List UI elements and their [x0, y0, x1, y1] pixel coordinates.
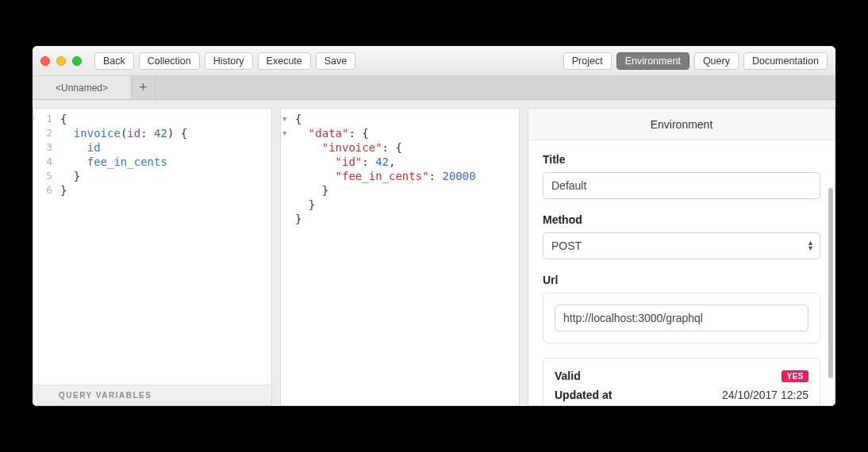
- query-panel: ▼1 2 3 4 5 6 { invoice(id: 42) { id fee_…: [33, 108, 272, 406]
- title-label: Title: [543, 153, 820, 166]
- environment-body: Title Method POST ▲▼ Url: [528, 140, 835, 405]
- minimize-icon[interactable]: [56, 56, 66, 66]
- execute-button[interactable]: Execute: [258, 52, 311, 70]
- line-number: 6: [46, 184, 52, 196]
- app-window: Back Collection History Execute Save Pro…: [33, 46, 835, 406]
- line-number: 1: [46, 113, 52, 124]
- url-input[interactable]: [555, 305, 808, 331]
- query-variables-bar[interactable]: QUERY VARIABLES: [33, 385, 271, 405]
- add-tab-button[interactable]: +: [132, 76, 156, 99]
- line-number: 2: [46, 127, 52, 139]
- query-editor[interactable]: ▼1 2 3 4 5 6 { invoice(id: 42) { id fee_…: [33, 109, 271, 385]
- status-card: Valid YES Updated at 24/10/2017 12:25: [543, 358, 820, 405]
- environment-button[interactable]: Environment: [616, 52, 689, 70]
- history-button[interactable]: History: [205, 52, 253, 70]
- response-code: { "data": { "invoice": { "id": 42, "fee_…: [292, 109, 519, 405]
- response-gutter: ▼ ▼: [281, 109, 292, 405]
- titlebar: Back Collection History Execute Save Pro…: [33, 46, 835, 76]
- close-icon[interactable]: [40, 56, 50, 66]
- window-controls: [40, 56, 82, 66]
- url-label: Url: [543, 274, 820, 286]
- fold-arrow-icon[interactable]: ▼: [282, 126, 286, 140]
- updated-at-label: Updated at: [555, 389, 612, 401]
- line-gutter: ▼1 2 3 4 5 6: [33, 109, 57, 385]
- fold-arrow-icon[interactable]: ▼: [33, 112, 34, 126]
- method-select[interactable]: POST: [543, 232, 820, 259]
- valid-label: Valid: [555, 370, 581, 382]
- save-button[interactable]: Save: [316, 52, 356, 70]
- line-number: 3: [46, 141, 52, 153]
- line-number: 5: [46, 170, 52, 182]
- response-viewer[interactable]: ▼ ▼ { "data": { "invoice": { "id": 42, "…: [281, 109, 519, 405]
- line-number: 4: [46, 155, 52, 167]
- url-card: [543, 293, 820, 343]
- query-button[interactable]: Query: [694, 52, 739, 70]
- maximize-icon[interactable]: [72, 56, 82, 66]
- back-button[interactable]: Back: [94, 52, 134, 70]
- updated-at-value: 24/10/2017 12:25: [722, 389, 808, 401]
- environment-panel: Environment Title Method POST ▲▼: [528, 108, 835, 406]
- documentation-button[interactable]: Documentation: [743, 52, 828, 70]
- title-input[interactable]: [543, 172, 820, 199]
- valid-badge: YES: [782, 370, 808, 382]
- collection-button[interactable]: Collection: [139, 52, 200, 70]
- environment-header: Environment: [528, 109, 835, 140]
- main-content: ▼1 2 3 4 5 6 { invoice(id: 42) { id fee_…: [33, 100, 835, 406]
- tab-unnamed[interactable]: <Unnamed>: [33, 76, 132, 99]
- query-code[interactable]: { invoice(id: 42) { id fee_in_cents } }: [57, 109, 271, 385]
- project-button[interactable]: Project: [563, 52, 612, 70]
- tabbar: <Unnamed> +: [33, 76, 835, 100]
- response-panel: ▼ ▼ { "data": { "invoice": { "id": 42, "…: [280, 108, 520, 406]
- method-label: Method: [543, 213, 820, 226]
- fold-arrow-icon[interactable]: ▼: [282, 112, 286, 126]
